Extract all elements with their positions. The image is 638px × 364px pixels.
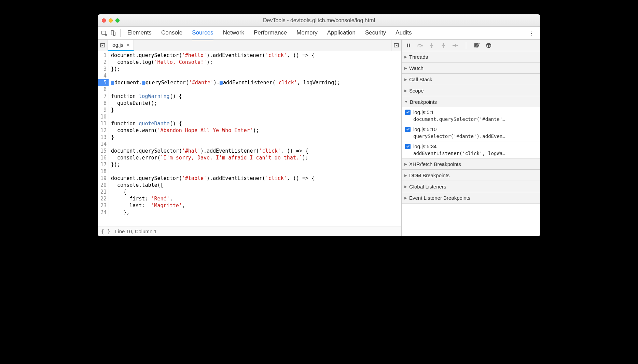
line-number[interactable]: 11 <box>100 120 107 127</box>
breakpoint-item[interactable]: log.js:5:34addEventListener('click', log… <box>402 141 540 158</box>
code-line[interactable]: document.querySelector('#hello').addEven… <box>111 52 401 59</box>
inspect-element-icon[interactable] <box>100 29 109 38</box>
section-event-listener-breakpoints[interactable]: ▶Event Listener Breakpoints <box>402 192 540 203</box>
line-number[interactable]: 10 <box>100 113 107 120</box>
line-number[interactable]: 23 <box>100 202 107 209</box>
line-number[interactable]: 8 <box>100 100 107 107</box>
breakpoint-checkbox[interactable] <box>405 144 411 149</box>
section-watch[interactable]: ▶Watch <box>402 62 540 73</box>
code-line[interactable]: function logWarning() { <box>111 93 401 100</box>
line-number[interactable]: 9 <box>100 107 107 113</box>
line-number[interactable]: 22 <box>100 195 107 202</box>
tab-sources[interactable]: Sources <box>192 29 213 37</box>
deactivate-breakpoints-icon[interactable] <box>474 42 481 49</box>
pause-script-icon[interactable] <box>405 42 412 49</box>
breakpoint-item[interactable]: log.js:5:10querySelector('#dante').addEv… <box>402 124 540 141</box>
code-line[interactable]: console.log('Hello, Console!'); <box>111 59 401 66</box>
code-line[interactable] <box>111 113 401 120</box>
step-into-icon[interactable] <box>428 42 435 49</box>
section-xhr-breakpoints[interactable]: ▶XHR/fetch Breakpoints <box>402 158 540 169</box>
tab-console[interactable]: Console <box>161 29 182 37</box>
line-number[interactable]: 17 <box>100 161 107 168</box>
code-editor[interactable]: 123456789101112131415161718192021222324 … <box>98 51 401 226</box>
code-line[interactable]: quoteDante(); <box>111 100 401 107</box>
step-over-icon[interactable] <box>417 42 424 49</box>
svg-rect-1 <box>111 30 114 35</box>
file-tab-label: log.js <box>111 42 123 48</box>
tab-memory[interactable]: Memory <box>296 29 317 37</box>
section-breakpoints[interactable]: ▼Breakpoints <box>402 96 540 107</box>
line-number[interactable]: 24 <box>100 209 107 216</box>
breakpoint-checkbox[interactable] <box>405 110 411 115</box>
code-line[interactable] <box>111 168 401 175</box>
line-number[interactable]: 16 <box>100 154 107 161</box>
line-number[interactable]: 6 <box>100 86 107 93</box>
pretty-print-icon[interactable]: { } <box>101 228 110 235</box>
device-toolbar-icon[interactable] <box>109 29 117 38</box>
collapsed-icon: ▶ <box>404 89 407 93</box>
collapsed-icon: ▶ <box>404 55 407 59</box>
tab-performance[interactable]: Performance <box>254 29 287 37</box>
line-number[interactable]: 15 <box>100 148 107 154</box>
code-line[interactable]: } <box>111 134 401 141</box>
step-out-icon[interactable] <box>440 42 447 49</box>
step-icon[interactable] <box>452 42 458 49</box>
file-tab-logjs[interactable]: log.js ✕ <box>108 40 134 51</box>
code-line[interactable]: last: 'Magritte', <box>111 202 401 209</box>
code-line[interactable]: }); <box>111 66 401 72</box>
line-number[interactable]: 18 <box>100 168 107 175</box>
debugger-pane: ▶Threads ▶Watch ▶Call Stack ▶Scope ▼Brea… <box>402 40 540 236</box>
code-line[interactable] <box>111 72 401 79</box>
show-navigator-icon[interactable] <box>98 40 108 51</box>
svg-point-9 <box>443 43 444 44</box>
code-line[interactable]: }, <box>111 209 401 216</box>
code-line[interactable]: first: 'René', <box>111 195 401 202</box>
line-number[interactable]: 3 <box>100 66 107 72</box>
section-global-listeners[interactable]: ▶Global Listeners <box>402 181 540 192</box>
line-number[interactable]: 13 <box>100 134 107 141</box>
breakpoint-checkbox[interactable] <box>405 127 411 132</box>
tab-network[interactable]: Network <box>223 29 244 37</box>
more-options-icon[interactable]: ⋮ <box>525 29 538 37</box>
line-number[interactable]: 14 <box>100 141 107 148</box>
expanded-icon: ▼ <box>404 100 408 104</box>
code-line[interactable]: document.querySelector('#hal').addEventL… <box>111 148 401 154</box>
line-number[interactable]: 2 <box>100 59 107 66</box>
collapsed-icon: ▶ <box>404 185 407 188</box>
editor-pane: log.js ✕ 1234567891011121314151617181920… <box>98 40 402 236</box>
code-line[interactable]: console.error(`I'm sorry, Dave. I'm afra… <box>111 154 401 161</box>
code-line[interactable]: console.warn('Abandon Hope All Ye Who En… <box>111 127 401 134</box>
tab-security[interactable]: Security <box>365 29 386 37</box>
line-number[interactable]: 20 <box>100 182 107 188</box>
close-tab-icon[interactable]: ✕ <box>126 42 130 48</box>
code-line[interactable] <box>111 86 401 93</box>
line-number[interactable]: 1 <box>100 52 107 59</box>
window-title: DevTools - devtools.glitch.me/console/lo… <box>98 17 540 24</box>
tab-application[interactable]: Application <box>327 29 356 37</box>
line-number[interactable]: 4 <box>100 72 107 79</box>
breakpoint-item[interactable]: log.js:5:1document.querySelector('#dante… <box>402 107 540 124</box>
line-number[interactable]: 5 <box>98 79 109 86</box>
svg-rect-6 <box>409 43 410 47</box>
code-line[interactable]: document.querySelector('#dante').addEven… <box>111 79 401 86</box>
code-line[interactable]: { <box>111 188 401 195</box>
line-number[interactable]: 12 <box>100 127 107 134</box>
code-line[interactable] <box>111 141 401 148</box>
section-call-stack[interactable]: ▶Call Stack <box>402 74 540 85</box>
line-number[interactable]: 7 <box>100 93 107 100</box>
line-number[interactable]: 21 <box>100 188 107 195</box>
code-line[interactable]: console.table([ <box>111 182 401 188</box>
section-dom-breakpoints[interactable]: ▶DOM Breakpoints <box>402 170 540 181</box>
code-line[interactable]: document.querySelector('#table').addEven… <box>111 175 401 182</box>
tab-audits[interactable]: Audits <box>396 29 412 37</box>
section-threads[interactable]: ▶Threads <box>402 51 540 62</box>
line-number[interactable]: 19 <box>100 175 107 182</box>
pause-on-exceptions-icon[interactable] <box>485 42 492 49</box>
section-scope[interactable]: ▶Scope <box>402 85 540 96</box>
code-line[interactable]: }); <box>111 161 401 168</box>
code-line[interactable]: function quoteDante() { <box>111 120 401 127</box>
tab-elements[interactable]: Elements <box>127 29 152 37</box>
code-line[interactable]: } <box>111 107 401 113</box>
devtools-window: DevTools - devtools.glitch.me/console/lo… <box>98 14 540 236</box>
show-debugger-icon[interactable] <box>391 40 401 51</box>
